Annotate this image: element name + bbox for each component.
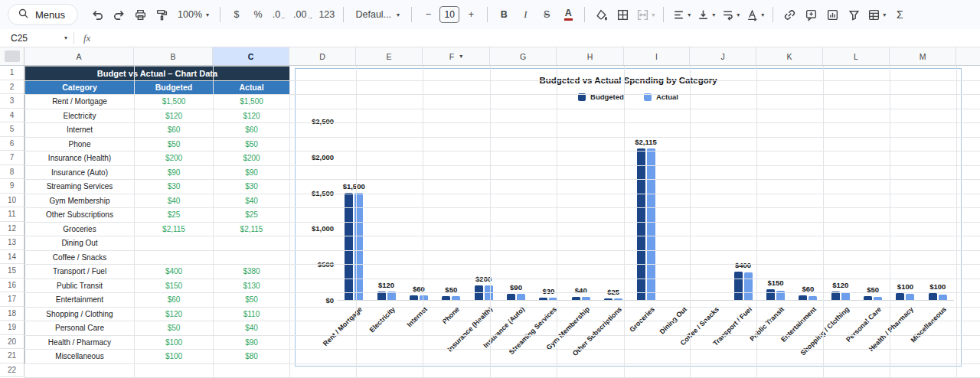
cell-category[interactable]: Rent / Mortgage <box>25 95 135 109</box>
cell-category[interactable]: Internet <box>25 123 135 138</box>
cell-category[interactable]: Miscellaneous <box>25 350 135 364</box>
cell-actual[interactable]: $200 <box>214 152 290 166</box>
column-header-i[interactable]: I <box>624 47 690 65</box>
cell-actual[interactable]: $90 <box>214 336 290 350</box>
row-header-4[interactable]: 4 <box>0 109 24 123</box>
row-header-2[interactable]: 2 <box>0 80 24 95</box>
cell-category[interactable]: Health / Pharmacy <box>25 336 135 350</box>
cell-actual[interactable]: $110 <box>214 308 290 322</box>
select-all-corner[interactable] <box>0 47 24 65</box>
insert-chart-button[interactable] <box>822 5 842 24</box>
cell-category[interactable]: Entertainment <box>25 293 135 308</box>
cell-actual[interactable]: $40 <box>214 194 290 209</box>
column-header-e[interactable]: E <box>356 47 423 65</box>
column-header-b[interactable]: B <box>134 47 213 65</box>
cell-budgeted[interactable]: $1,500 <box>135 95 214 109</box>
percent-format-button[interactable]: % <box>248 5 268 24</box>
column-header-h[interactable]: H <box>557 47 624 65</box>
table-views-button[interactable]: ▾ <box>865 5 888 24</box>
cell-category[interactable]: Insurance (Health) <box>25 152 135 166</box>
vertical-align-button[interactable]: ▾ <box>694 5 717 24</box>
cell-actual[interactable]: $60 <box>214 123 290 138</box>
column-header-j[interactable]: J <box>690 47 756 65</box>
currency-format-button[interactable]: $ <box>227 5 247 24</box>
cell-budgeted[interactable]: $2,115 <box>135 223 214 237</box>
font-size-input[interactable]: 10 <box>439 6 459 23</box>
sheet-grid[interactable]: Budget vs Actual – Chart Data Category B… <box>0 66 980 378</box>
name-box[interactable]: C25 ▾ <box>0 33 74 44</box>
row-header-21[interactable]: 21 <box>0 349 24 363</box>
cell-actual[interactable]: $2,115 <box>214 223 290 237</box>
number-format-button[interactable]: 123 <box>316 5 337 24</box>
cell-category[interactable]: Gym Membership <box>25 194 135 209</box>
cell-budgeted[interactable]: $120 <box>135 308 214 322</box>
column-header-k[interactable]: K <box>756 47 823 65</box>
row-header-20[interactable]: 20 <box>0 335 24 350</box>
row-header-16[interactable]: 16 <box>0 279 24 293</box>
create-filter-button[interactable] <box>844 5 864 24</box>
undo-button[interactable] <box>87 5 107 24</box>
cell-budgeted[interactable]: $400 <box>135 265 214 279</box>
cell-category[interactable]: Groceries <box>25 223 135 237</box>
cell-category[interactable]: Coffee / Snacks <box>25 251 135 266</box>
column-header-f[interactable]: F▾ <box>423 47 490 65</box>
table-header-category[interactable]: Category <box>25 81 135 96</box>
row-header-1[interactable]: 1 <box>0 66 24 80</box>
row-header-9[interactable]: 9 <box>0 179 24 194</box>
cell-actual[interactable] <box>214 236 290 251</box>
horizontal-align-button[interactable]: ▾ <box>670 5 693 24</box>
cell-budgeted[interactable]: $25 <box>135 208 214 223</box>
cell-category[interactable]: Streaming Services <box>25 180 135 194</box>
cell-budgeted[interactable] <box>135 236 214 251</box>
row-header-14[interactable]: 14 <box>0 250 24 265</box>
functions-button[interactable]: Σ <box>890 5 910 24</box>
cell-actual[interactable]: $130 <box>214 279 290 294</box>
table-header-budgeted[interactable]: Budgeted <box>135 81 214 96</box>
cell-actual[interactable]: $1,500 <box>214 95 290 109</box>
column-header-d[interactable]: D <box>289 47 356 65</box>
cell-actual[interactable]: $50 <box>214 138 290 152</box>
cell-budgeted[interactable]: $60 <box>135 123 214 138</box>
menus-search[interactable]: Menus <box>8 4 78 25</box>
decrease-decimal-button[interactable]: .0← <box>270 5 289 24</box>
row-header-5[interactable]: 5 <box>0 122 24 137</box>
cell-budgeted[interactable]: $50 <box>135 138 214 152</box>
cell-budgeted[interactable]: $200 <box>135 152 214 166</box>
decrease-font-size-button[interactable]: − <box>418 5 438 24</box>
cell-category[interactable]: Insurance (Auto) <box>25 166 135 181</box>
cell-budgeted[interactable]: $60 <box>135 293 214 308</box>
cell-actual[interactable] <box>214 251 290 266</box>
zoom-select[interactable]: 100% ▾ <box>173 5 214 24</box>
cell-actual[interactable]: $80 <box>214 350 290 364</box>
paint-format-button[interactable] <box>152 5 172 24</box>
cell-budgeted[interactable]: $120 <box>135 109 214 124</box>
print-button[interactable] <box>130 5 150 24</box>
cell-budgeted[interactable]: $30 <box>135 180 214 194</box>
row-header-13[interactable]: 13 <box>0 236 24 250</box>
font-select[interactable]: Defaul... ▾ <box>350 5 405 24</box>
chart-object[interactable]: Budgeted vs Actual Spending by Category … <box>295 68 962 367</box>
cell-category[interactable]: Transport / Fuel <box>25 265 135 279</box>
cell-actual[interactable]: $40 <box>214 321 290 336</box>
text-color-button[interactable]: A <box>558 5 578 24</box>
column-header-m[interactable]: M <box>890 47 956 65</box>
row-header-12[interactable]: 12 <box>0 222 24 236</box>
cell-budgeted[interactable]: $100 <box>135 336 214 350</box>
cell-budgeted[interactable]: $90 <box>135 166 214 181</box>
cell-category[interactable]: Public Transit <box>25 279 135 294</box>
bold-button[interactable]: B <box>494 5 514 24</box>
cell-actual[interactable]: $90 <box>214 166 290 181</box>
strikethrough-button[interactable]: S <box>537 5 557 24</box>
table-header-actual[interactable]: Actual <box>214 81 290 96</box>
row-header-17[interactable]: 17 <box>0 292 24 307</box>
cell-actual[interactable]: $380 <box>214 265 290 279</box>
text-rotation-button[interactable]: ▾ <box>743 5 766 24</box>
row-header-18[interactable]: 18 <box>0 307 24 321</box>
cell-budgeted[interactable]: $40 <box>135 194 214 209</box>
text-wrap-button[interactable]: ▾ <box>719 5 742 24</box>
cell-category[interactable]: Shopping / Clothing <box>25 308 135 322</box>
italic-button[interactable]: I <box>515 5 535 24</box>
row-header-3[interactable]: 3 <box>0 94 24 109</box>
cell-actual[interactable]: $25 <box>214 208 290 223</box>
row-header-11[interactable]: 11 <box>0 207 24 222</box>
